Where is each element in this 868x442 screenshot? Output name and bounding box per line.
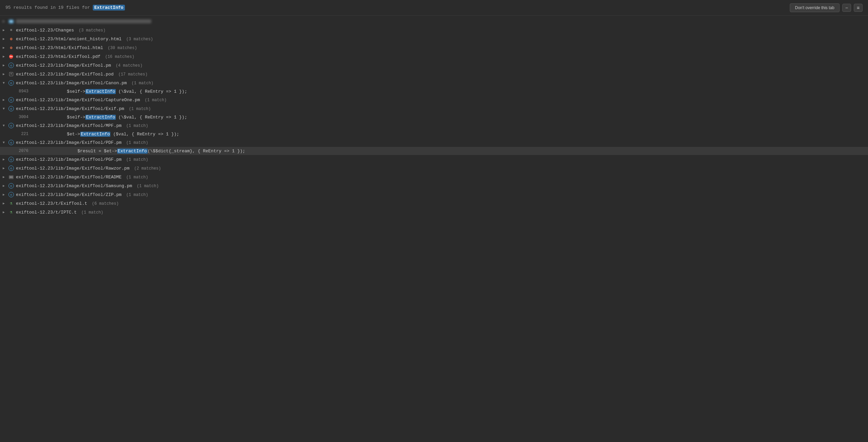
file-icon-pdf2: ◎ (8, 139, 14, 146)
file-icon-zip: ◎ (8, 192, 14, 198)
results-list: ▶ MD ▶ ≡ exiftool-12.23/Changes (3 match… (0, 16, 868, 218)
results-text: results found in (13, 5, 56, 10)
match-highlight: ExtractInfo (85, 115, 116, 120)
chevron-right-icon: ▶ (3, 210, 8, 214)
chevron-right-icon: ▶ (3, 28, 8, 32)
list-item[interactable]: ▶ ◎ exiftool-12.23/lib/Image/ExifTool.pm… (0, 61, 868, 70)
list-item[interactable]: ▶ ◎ exiftool-12.23/lib/Image/ExifTool/Sa… (0, 181, 868, 190)
menu-button[interactable]: ≡ (854, 4, 863, 12)
chevron-right-icon: ▶ (3, 54, 8, 59)
chevron-right-icon: ▶ (3, 98, 8, 102)
file-icon-samsung: ◎ (8, 183, 14, 189)
file-icon-mpf: ◎ (8, 123, 14, 129)
list-item[interactable]: ▶ ⚗ exiftool-12.23/t/IPTC.t (1 match) (0, 208, 868, 217)
code-result-row[interactable]: 2076 $result = $et->ExtractInfo(\$$dict{… (0, 147, 868, 155)
file-name: exiftool-12.23/lib/Image/ExifTool/Samsun… (16, 183, 159, 189)
files-count: 19 (58, 5, 64, 10)
chevron-down-icon: ▼ (3, 124, 8, 128)
file-icon-html: ⊕ (8, 36, 14, 42)
list-item[interactable]: ▶ ⊕ exiftool-12.23/html/ancient_history.… (0, 35, 868, 43)
file-icon-exif: ◎ (8, 106, 14, 112)
file-name: exiftool-12.23/lib/Image/ExifTool/Canon.… (16, 81, 153, 86)
match-highlight: ExtractInfo (85, 89, 116, 94)
list-item[interactable]: ▶ ⛔ exiftool-12.23/html/ExifTool.pdf (16… (0, 52, 868, 61)
file-name: exiftool-12.23/lib/Image/ExifTool.pod (1… (16, 72, 148, 77)
list-item[interactable]: ▶ ◎ exiftool-12.23/lib/Image/ExifTool/Ra… (0, 164, 868, 173)
header-right: Don't override this tab − ≡ (790, 3, 863, 12)
file-name: exiftool-12.23/lib/Image/ExifTool/Captur… (16, 97, 167, 103)
match-highlight: ExtractInfo (117, 149, 148, 154)
file-name: exiftool-12.23/t/ExifTool.t (6 matches) (16, 201, 119, 206)
file-name: exiftool-12.23/lib/Image/ExifTool/Exif.p… (16, 106, 151, 111)
dont-override-button[interactable]: Don't override this tab (790, 3, 839, 12)
list-item[interactable]: ▶ ◎ exiftool-12.23/lib/Image/ExifTool/PG… (0, 155, 868, 164)
list-item[interactable]: ▶ ⚗ exiftool-12.23/t/ExifTool.t (6 match… (0, 199, 868, 208)
line-number: 2076 (8, 149, 35, 153)
file-icon-pgf: ◎ (8, 156, 14, 162)
list-item[interactable]: ▼ ◎ exiftool-12.23/lib/Image/ExifTool/PD… (0, 138, 868, 147)
chevron-down-icon: ▼ (3, 81, 8, 85)
list-item[interactable]: ▶ ⊕ exiftool-12.23/html/ExifTool.html (3… (0, 43, 868, 52)
file-icon-pod: ≡ (8, 71, 14, 77)
code-content: $et->ExtractInfo ($val, { ReEntry => 1 }… (35, 132, 179, 137)
file-icon-readme: ≡≡ (8, 174, 14, 180)
code-result-row[interactable]: 221 $et->ExtractInfo ($val, { ReEntry =>… (0, 130, 868, 138)
list-item[interactable]: ▼ ◎ exiftool-12.23/lib/Image/ExifTool/Ex… (0, 104, 868, 113)
file-name: exiftool-12.23/lib/Image/ExifTool/ZIP.pm… (16, 192, 148, 197)
search-term: ExtractInfo (93, 5, 125, 10)
file-icon-pm: ◎ (8, 62, 14, 68)
file-icon-pdf: ⛔ (8, 53, 14, 60)
list-item[interactable]: ▶ ≡ exiftool-12.23/Changes (3 matches) (0, 26, 868, 35)
chevron-right-icon: ▶ (3, 201, 8, 205)
chevron-down-icon: ▼ (3, 141, 8, 145)
file-name: exiftool-12.23/html/ExifTool.html (30 ma… (16, 45, 137, 50)
chevron-right-icon: ▶ (3, 193, 8, 197)
chevron-right-icon: ▶ (3, 19, 8, 23)
chevron-right-icon: ▶ (3, 46, 8, 50)
file-name: exiftool-12.23/lib/Image/ExifTool/MPF.pm… (16, 123, 148, 128)
list-item[interactable]: ▶ ≡≡ exiftool-12.23/lib/Image/ExifTool/R… (0, 173, 868, 181)
file-name (16, 19, 151, 24)
file-icon-md: MD (8, 18, 14, 24)
file-icon-text: ≡ (8, 27, 14, 33)
header-left: 95 results found in 19 files for Extract… (5, 5, 125, 10)
chevron-down-icon: ▼ (3, 107, 8, 111)
list-item[interactable]: ▼ ◎ exiftool-12.23/lib/Image/ExifTool/MP… (0, 121, 868, 130)
line-number: 8943 (8, 89, 35, 94)
chevron-right-icon: ▶ (3, 157, 8, 161)
file-name: exiftool-12.23/Changes (3 matches) (16, 28, 106, 33)
chevron-right-icon: ▶ (3, 166, 8, 170)
chevron-right-icon: ▶ (3, 63, 8, 67)
file-name: exiftool-12.23/lib/Image/ExifTool/PGF.pm… (16, 157, 148, 162)
minus-button[interactable]: − (842, 4, 851, 12)
file-name: exiftool-12.23/lib/Image/ExifTool/README… (16, 175, 148, 180)
line-number: 221 (8, 132, 35, 136)
file-icon-exiftool-t: ⚗ (8, 200, 14, 206)
search-results-panel: 95 results found in 19 files for Extract… (0, 0, 868, 218)
list-item[interactable]: ▶ ≡ exiftool-12.23/lib/Image/ExifTool.po… (0, 70, 868, 79)
code-content: $result = $et->ExtractInfo(\$$dict{_stre… (35, 149, 245, 154)
chevron-right-icon: ▶ (3, 175, 8, 179)
chevron-right-icon: ▶ (3, 184, 8, 188)
code-content: $self->ExtractInfo (\$val, { ReEntry => … (35, 115, 187, 120)
list-item[interactable]: ▶ ◎ exiftool-12.23/lib/Image/ExifTool/ZI… (0, 190, 868, 199)
file-name: exiftool-12.23/lib/Image/ExifTool.pm (4 … (16, 63, 143, 68)
file-name: exiftool-12.23/t/IPTC.t (1 match) (16, 210, 103, 215)
file-name: exiftool-12.23/html/ancient_history.html… (16, 37, 153, 42)
file-icon-rawzor: ◎ (8, 165, 14, 171)
file-icon-captureone: ◎ (8, 97, 14, 103)
code-result-row[interactable]: 8943 $self->ExtractInfo (\$val, { ReEntr… (0, 87, 868, 95)
list-item[interactable]: ▶ ◎ exiftool-12.23/lib/Image/ExifTool/Ca… (0, 95, 868, 104)
file-icon-html2: ⊕ (8, 45, 14, 51)
list-item[interactable]: ▶ MD (0, 17, 868, 26)
chevron-right-icon: ▶ (3, 37, 8, 41)
file-icon-canon: ◎ (8, 80, 14, 86)
code-result-row[interactable]: 3004 $self->ExtractInfo (\$val, { ReEntr… (0, 113, 868, 121)
header-bar: 95 results found in 19 files for Extract… (0, 0, 868, 16)
code-content: $self->ExtractInfo (\$val, { ReEntry => … (35, 89, 187, 94)
match-highlight: ExtractInfo (80, 132, 111, 137)
chevron-right-icon: ▶ (3, 72, 8, 76)
file-name: exiftool-12.23/lib/Image/ExifTool/PDF.pm… (16, 140, 148, 145)
files-text: files for (66, 5, 90, 10)
list-item[interactable]: ▼ ◎ exiftool-12.23/lib/Image/ExifTool/Ca… (0, 79, 868, 87)
